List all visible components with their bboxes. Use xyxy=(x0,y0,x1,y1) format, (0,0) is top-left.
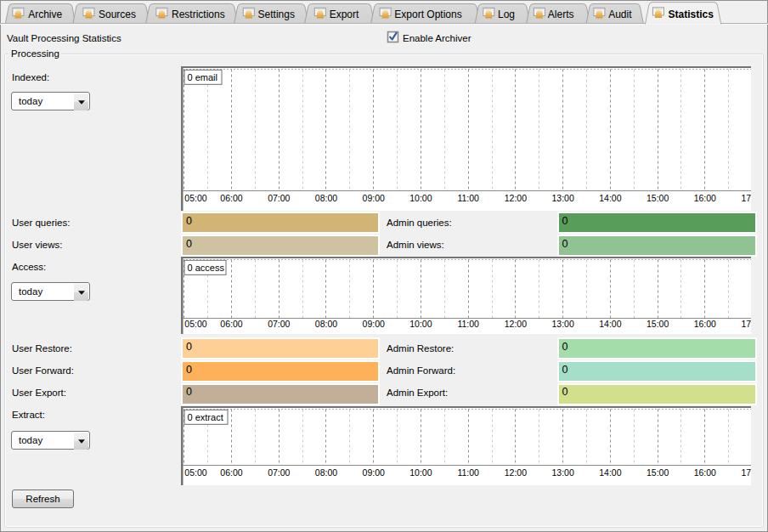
svg-text:0 access: 0 access xyxy=(188,263,225,273)
svg-text:Export Options: Export Options xyxy=(394,8,461,20)
svg-text:Log: Log xyxy=(498,8,515,20)
svg-text:07:00: 07:00 xyxy=(268,467,290,478)
svg-text:08:00: 08:00 xyxy=(315,193,337,203)
svg-text:12:00: 12:00 xyxy=(505,467,527,478)
svg-text:11:00: 11:00 xyxy=(457,193,479,203)
svg-text:Export: Export xyxy=(330,8,359,20)
svg-text:13:00: 13:00 xyxy=(551,467,573,478)
svg-text:16:00: 16:00 xyxy=(694,319,716,329)
svg-text:08:00: 08:00 xyxy=(315,319,337,329)
svg-text:14:00: 14:00 xyxy=(599,193,621,203)
svg-text:11:00: 11:00 xyxy=(457,319,479,329)
svg-text:16:00: 16:00 xyxy=(694,193,716,203)
svg-text:09:00: 09:00 xyxy=(363,467,385,478)
svg-text:06:00: 06:00 xyxy=(220,319,242,329)
svg-text:0 email: 0 email xyxy=(188,72,217,82)
svg-text:07:00: 07:00 xyxy=(268,319,290,329)
svg-text:16:00: 16:00 xyxy=(694,467,716,478)
svg-text:14:00: 14:00 xyxy=(599,467,621,478)
svg-text:09:00: 09:00 xyxy=(363,193,385,203)
svg-text:15:00: 15:00 xyxy=(647,467,669,478)
svg-text:09:00: 09:00 xyxy=(363,319,385,329)
svg-text:17:00: 17:00 xyxy=(741,319,751,329)
svg-text:08:00: 08:00 xyxy=(315,467,337,478)
svg-text:13:00: 13:00 xyxy=(551,319,573,329)
svg-text:Alerts: Alerts xyxy=(548,8,574,20)
svg-text:13:00: 13:00 xyxy=(551,193,573,203)
svg-text:Sources: Sources xyxy=(99,8,136,20)
svg-text:05:00: 05:00 xyxy=(184,319,206,329)
svg-text:12:00: 12:00 xyxy=(505,193,527,203)
svg-text:17:00: 17:00 xyxy=(741,193,751,203)
svg-text:06:00: 06:00 xyxy=(220,467,242,478)
svg-text:10:00: 10:00 xyxy=(409,467,432,478)
svg-text:Settings: Settings xyxy=(258,8,295,20)
svg-text:15:00: 15:00 xyxy=(647,319,669,329)
svg-text:17:00: 17:00 xyxy=(741,467,751,478)
svg-text:05:00: 05:00 xyxy=(184,467,206,478)
svg-text:Restrictions: Restrictions xyxy=(172,8,225,20)
svg-text:10:00: 10:00 xyxy=(409,193,432,203)
svg-text:11:00: 11:00 xyxy=(457,467,479,478)
svg-text:06:00: 06:00 xyxy=(220,193,242,203)
svg-text:15:00: 15:00 xyxy=(647,193,669,203)
svg-text:Statistics: Statistics xyxy=(669,8,714,20)
svg-text:14:00: 14:00 xyxy=(599,319,621,329)
svg-text:Archive: Archive xyxy=(28,8,62,20)
svg-text:05:00: 05:00 xyxy=(184,193,206,203)
svg-text:07:00: 07:00 xyxy=(268,193,290,203)
svg-text:Audit: Audit xyxy=(608,8,632,20)
svg-text:10:00: 10:00 xyxy=(409,319,432,329)
svg-text:12:00: 12:00 xyxy=(505,319,527,329)
svg-text:0 extract: 0 extract xyxy=(188,412,223,422)
